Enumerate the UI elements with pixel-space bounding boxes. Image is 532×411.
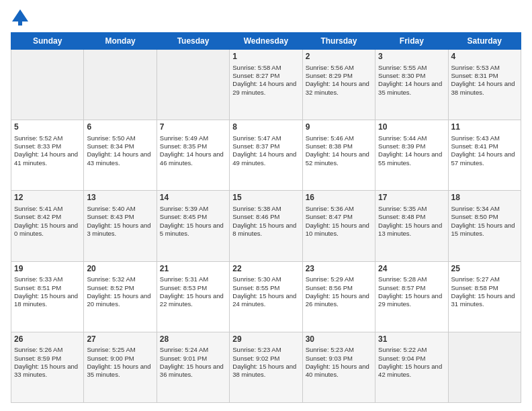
daylight-text: Daylight: 15 hours and 20 minutes. <box>87 292 150 308</box>
sunrise-text: Sunrise: 5:23 AM <box>306 346 354 353</box>
sunset-text: Sunset: 8:30 PM <box>378 72 425 79</box>
sunset-text: Sunset: 8:31 PM <box>451 72 498 79</box>
daylight-text: Daylight: 15 hours and 22 minutes. <box>160 292 224 308</box>
sunset-text: Sunset: 8:34 PM <box>87 142 134 150</box>
daylight-text: Daylight: 15 hours and 31 minutes. <box>451 292 515 308</box>
calendar-cell: 4Sunrise: 5:53 AMSunset: 8:31 PMDaylight… <box>448 50 521 120</box>
calendar-cell: 15Sunrise: 5:38 AMSunset: 8:46 PMDayligh… <box>230 191 302 261</box>
sunrise-text: Sunrise: 5:31 AM <box>160 275 208 283</box>
calendar-cell: 8Sunrise: 5:47 AMSunset: 8:37 PMDaylight… <box>230 120 302 191</box>
calendar-cell: 17Sunrise: 5:35 AMSunset: 8:48 PMDayligh… <box>375 191 448 261</box>
sunrise-text: Sunrise: 5:40 AM <box>87 205 135 212</box>
calendar-cell: 22Sunrise: 5:30 AMSunset: 8:55 PMDayligh… <box>230 261 302 332</box>
calendar-day-header: Wednesday <box>230 33 302 50</box>
sunset-text: Sunset: 9:03 PM <box>306 355 353 362</box>
daylight-text: Daylight: 14 hours and 32 minutes. <box>306 80 369 95</box>
sunset-text: Sunset: 8:48 PM <box>378 213 425 220</box>
calendar-cell: 21Sunrise: 5:31 AMSunset: 8:53 PMDayligh… <box>157 261 229 332</box>
calendar-week-row: 19Sunrise: 5:33 AMSunset: 8:51 PMDayligh… <box>11 261 521 332</box>
day-number: 30 <box>306 334 372 345</box>
sunrise-text: Sunrise: 5:34 AM <box>451 205 500 212</box>
day-number: 19 <box>14 264 81 275</box>
sunrise-text: Sunrise: 5:58 AM <box>232 64 281 71</box>
calendar-cell <box>11 50 84 120</box>
day-number: 31 <box>378 334 445 345</box>
sunrise-text: Sunrise: 5:35 AM <box>378 205 427 212</box>
daylight-text: Daylight: 15 hours and 8 minutes. <box>232 222 296 237</box>
sunrise-text: Sunrise: 5:26 AM <box>14 346 62 353</box>
calendar-cell: 19Sunrise: 5:33 AMSunset: 8:51 PMDayligh… <box>11 261 84 332</box>
daylight-text: Daylight: 14 hours and 57 minutes. <box>451 150 515 166</box>
daylight-text: Daylight: 14 hours and 43 minutes. <box>87 150 150 166</box>
sunrise-text: Sunrise: 5:22 AM <box>378 346 427 353</box>
calendar-cell: 7Sunrise: 5:49 AMSunset: 8:35 PMDaylight… <box>157 120 229 191</box>
calendar-day-header: Sunday <box>11 33 84 50</box>
day-number: 17 <box>378 193 445 203</box>
day-number: 12 <box>14 193 81 203</box>
sunset-text: Sunset: 8:33 PM <box>14 142 61 150</box>
sunset-text: Sunset: 8:43 PM <box>87 213 134 220</box>
logo <box>11 8 32 27</box>
header <box>11 8 521 27</box>
day-number: 25 <box>451 264 518 275</box>
sunrise-text: Sunrise: 5:53 AM <box>451 64 500 71</box>
calendar-cell: 26Sunrise: 5:26 AMSunset: 8:59 PMDayligh… <box>11 332 84 402</box>
daylight-text: Daylight: 15 hours and 15 minutes. <box>451 222 515 237</box>
sunset-text: Sunset: 8:41 PM <box>451 142 498 150</box>
sunrise-text: Sunrise: 5:25 AM <box>87 346 135 353</box>
calendar-week-row: 12Sunrise: 5:41 AMSunset: 8:42 PMDayligh… <box>11 191 521 261</box>
sunset-text: Sunset: 8:58 PM <box>451 284 498 291</box>
calendar-table: SundayMondayTuesdayWednesdayThursdayFrid… <box>11 32 521 403</box>
sunset-text: Sunset: 8:56 PM <box>306 284 353 291</box>
daylight-text: Daylight: 15 hours and 3 minutes. <box>87 222 150 237</box>
sunrise-text: Sunrise: 5:49 AM <box>160 134 208 142</box>
sunrise-text: Sunrise: 5:46 AM <box>306 134 354 142</box>
sunrise-text: Sunrise: 5:36 AM <box>306 205 354 212</box>
day-number: 18 <box>451 193 518 203</box>
calendar-cell: 27Sunrise: 5:25 AMSunset: 9:00 PMDayligh… <box>84 332 157 402</box>
calendar-cell: 10Sunrise: 5:44 AMSunset: 8:39 PMDayligh… <box>375 120 448 191</box>
sunset-text: Sunset: 8:39 PM <box>378 142 425 150</box>
sunset-text: Sunset: 8:57 PM <box>378 284 425 291</box>
calendar-cell: 12Sunrise: 5:41 AMSunset: 8:42 PMDayligh… <box>11 191 84 261</box>
sunrise-text: Sunrise: 5:38 AM <box>232 205 281 212</box>
sunrise-text: Sunrise: 5:47 AM <box>232 134 281 142</box>
sunset-text: Sunset: 8:55 PM <box>232 284 279 291</box>
daylight-text: Daylight: 14 hours and 49 minutes. <box>232 150 296 166</box>
calendar-day-header: Thursday <box>302 33 375 50</box>
daylight-text: Daylight: 15 hours and 33 minutes. <box>14 363 78 378</box>
calendar-cell: 9Sunrise: 5:46 AMSunset: 8:38 PMDaylight… <box>302 120 375 191</box>
calendar-cell: 5Sunrise: 5:52 AMSunset: 8:33 PMDaylight… <box>11 120 84 191</box>
day-number: 20 <box>87 264 153 275</box>
daylight-text: Daylight: 14 hours and 46 minutes. <box>160 150 224 166</box>
daylight-text: Daylight: 15 hours and 36 minutes. <box>160 363 224 378</box>
calendar-cell: 11Sunrise: 5:43 AMSunset: 8:41 PMDayligh… <box>448 120 521 191</box>
calendar-day-header: Tuesday <box>157 33 229 50</box>
calendar-day-header: Monday <box>84 33 157 50</box>
day-number: 15 <box>232 193 299 203</box>
svg-marker-0 <box>12 9 28 21</box>
calendar-cell <box>84 50 157 120</box>
sunrise-text: Sunrise: 5:30 AM <box>232 275 281 283</box>
day-number: 13 <box>87 193 153 203</box>
daylight-text: Daylight: 14 hours and 35 minutes. <box>378 80 442 95</box>
page: SundayMondayTuesdayWednesdayThursdayFrid… <box>0 0 532 411</box>
calendar-cell: 14Sunrise: 5:39 AMSunset: 8:45 PMDayligh… <box>157 191 229 261</box>
daylight-text: Daylight: 14 hours and 55 minutes. <box>378 150 442 166</box>
sunset-text: Sunset: 8:27 PM <box>232 72 279 79</box>
daylight-text: Daylight: 15 hours and 0 minutes. <box>14 222 78 237</box>
sunrise-text: Sunrise: 5:56 AM <box>306 64 354 71</box>
calendar-cell: 24Sunrise: 5:28 AMSunset: 8:57 PMDayligh… <box>375 261 448 332</box>
sunset-text: Sunset: 8:51 PM <box>14 284 61 291</box>
day-number: 8 <box>232 122 299 133</box>
sunset-text: Sunset: 9:04 PM <box>378 355 425 362</box>
sunrise-text: Sunrise: 5:52 AM <box>14 134 62 142</box>
calendar-cell: 28Sunrise: 5:24 AMSunset: 9:01 PMDayligh… <box>157 332 229 402</box>
day-number: 10 <box>378 122 445 133</box>
day-number: 27 <box>87 334 153 345</box>
calendar-cell: 1Sunrise: 5:58 AMSunset: 8:27 PMDaylight… <box>230 50 302 120</box>
sunrise-text: Sunrise: 5:39 AM <box>160 205 208 212</box>
daylight-text: Daylight: 14 hours and 52 minutes. <box>306 150 369 166</box>
daylight-text: Daylight: 15 hours and 13 minutes. <box>378 222 442 237</box>
calendar-cell <box>157 50 229 120</box>
